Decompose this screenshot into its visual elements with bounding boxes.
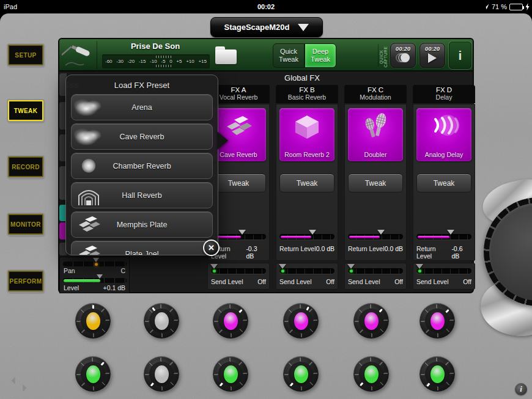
sidebar-item-tweak[interactable]: TWEAK xyxy=(8,100,43,121)
fx-slot-d: FX D Delay Analog Delay Tweak xyxy=(413,85,475,261)
send-level-label: Send Level xyxy=(348,278,380,285)
return-level-value: 0.0 dB xyxy=(385,245,403,252)
slider-thumb[interactable] xyxy=(210,264,218,269)
send-level-value: Off xyxy=(463,278,471,285)
slider-thumb[interactable] xyxy=(238,230,246,235)
fx-d-preset-name: Analog Delay xyxy=(418,151,470,158)
device-selector-dropdown[interactable]: StageScapeM20d xyxy=(210,17,323,37)
preset-item-hall-reverb[interactable]: Hall Reverb xyxy=(71,182,213,208)
send-level-value: Off xyxy=(326,278,334,285)
encoder-knob-r2c5[interactable] xyxy=(353,356,389,392)
encoder-knob-r1c4[interactable] xyxy=(283,303,319,339)
device-selector-label: StageScapeM20d xyxy=(224,23,290,32)
preset-item-arena[interactable]: Arena xyxy=(71,94,213,120)
slider-thumb[interactable] xyxy=(447,230,454,235)
encoder-knob-r1c5[interactable] xyxy=(353,303,389,339)
deep-tweak-button[interactable]: Deep Tweak xyxy=(305,43,336,68)
header-info-button[interactable]: i xyxy=(449,42,471,69)
pan-indicator-dot xyxy=(95,263,98,266)
battery-icon xyxy=(509,4,523,10)
fx-d-return-level-slider[interactable] xyxy=(416,234,471,240)
fx-c-return-level-slider[interactable] xyxy=(348,234,403,240)
fx-c-preset-name: Doubler xyxy=(349,151,402,158)
encoder-knob-r1c6[interactable] xyxy=(419,303,455,339)
send-level-value: Off xyxy=(257,278,266,285)
preset-item-chamber-reverb[interactable]: Chamber Reverb xyxy=(71,153,213,179)
return-level-value: 0.0 dB xyxy=(316,245,334,252)
record-icon xyxy=(396,53,410,63)
location-arrow-icon xyxy=(483,4,489,10)
encoder-knob-r1c1[interactable] xyxy=(75,303,111,339)
encoder-knob-r2c4[interactable] xyxy=(283,356,319,392)
fx-slot-name: FX C xyxy=(344,86,407,93)
channel-name: Prise De Son xyxy=(100,42,211,51)
level-value: +0.1 dB xyxy=(103,284,126,291)
channel-header-bar: Prise De Son -60-30-20-15-10-50+5+10+15 … xyxy=(59,39,473,71)
quick-tweak-button[interactable]: Quick Tweak xyxy=(273,43,305,68)
global-fx-title: Global FX xyxy=(262,73,342,82)
fx-b-send-level-slider[interactable] xyxy=(279,268,334,274)
send-level-label: Send Level xyxy=(416,278,449,285)
fx-d-preset-tile[interactable]: Analog Delay xyxy=(416,108,471,161)
preset-item-plate-joel[interactable]: Plate Joel xyxy=(71,241,213,255)
encoder-knob-r1c3[interactable] xyxy=(213,303,248,339)
fx-a-return-level-slider[interactable] xyxy=(211,234,266,240)
fx-slot-category: Basic Reverb xyxy=(276,93,338,101)
fx-c-send-level-slider[interactable] xyxy=(348,268,403,274)
info-icon: i xyxy=(459,48,462,63)
fx-slot-category: Delay xyxy=(413,93,475,101)
send-level-value: Off xyxy=(394,278,403,285)
play-icon xyxy=(428,53,437,63)
slider-thumb[interactable] xyxy=(93,258,99,262)
sidebar-item-monitor[interactable]: MONITOR xyxy=(8,214,43,235)
fx-slot-b: FX B Basic Reverb Room Reverb 2 Tweak R xyxy=(276,85,338,261)
fx-a-tweak-button[interactable]: Tweak xyxy=(211,174,266,192)
load-preset-folder-button[interactable] xyxy=(214,43,238,67)
popup-close-button[interactable]: ✕ xyxy=(203,240,220,256)
cube-icon xyxy=(292,113,322,140)
slider-thumb[interactable] xyxy=(309,230,316,235)
encoder-knob-r2c2[interactable] xyxy=(144,356,179,392)
sidebar-item-perform[interactable]: PERFORM xyxy=(8,271,43,291)
sidebar-item-setup[interactable]: SETUP xyxy=(8,45,43,65)
mixer-main-view: Prise De Son -60-30-20-15-10-50+5+10+15 … xyxy=(58,38,474,293)
slider-thumb[interactable] xyxy=(377,230,385,235)
slider-thumb[interactable] xyxy=(347,264,355,269)
resize-arrows-icon[interactable] xyxy=(11,377,27,392)
charging-bolt-icon xyxy=(525,3,530,10)
battery-percent: 71 % xyxy=(492,3,507,10)
fx-slot-c: FX C Modulation xyxy=(344,85,407,261)
encoder-knob-r2c1[interactable] xyxy=(75,356,111,392)
fx-a-send-level-slider[interactable] xyxy=(211,268,266,274)
load-fx-preset-popup: Load FX Preset Arena Cave Reverb Chamber… xyxy=(65,75,218,255)
fx-c-tweak-button[interactable]: Tweak xyxy=(348,174,403,192)
fx-slot-name: FX B xyxy=(276,86,338,93)
encoder-knob-r1c2[interactable] xyxy=(144,303,179,339)
microphone-icon xyxy=(62,41,96,68)
encoder-knob-r2c6[interactable] xyxy=(419,356,455,392)
app-info-button[interactable]: i xyxy=(515,383,527,395)
pan-slider[interactable] xyxy=(63,262,127,266)
fx-b-tweak-button[interactable]: Tweak xyxy=(279,174,334,192)
return-level-label: Return Level xyxy=(279,245,316,252)
fx-b-preset-tile[interactable]: Room Reverb 2 xyxy=(279,108,334,161)
fx-d-send-level-slider[interactable] xyxy=(416,268,471,274)
preset-item-cave-reverb[interactable]: Cave Reverb xyxy=(71,123,213,150)
encoder-knob-r2c3[interactable] xyxy=(213,356,248,392)
channel-thumbnail[interactable] xyxy=(62,41,97,69)
level-slider[interactable] xyxy=(63,278,127,283)
slider-thumb[interactable] xyxy=(416,264,423,269)
play-time: 00:20 xyxy=(425,45,440,52)
sidebar-item-record[interactable]: RECORD xyxy=(8,156,43,177)
fx-b-return-level-slider[interactable] xyxy=(279,234,334,240)
record-time: 00:20 xyxy=(396,45,410,52)
slider-thumb[interactable] xyxy=(279,264,286,269)
preset-item-memphis-plate[interactable]: Memphis Plate xyxy=(71,211,213,238)
quick-capture-play-button[interactable]: 00:20 xyxy=(419,43,445,68)
ios-status-bar: iPad 00:02 71 % xyxy=(0,0,532,13)
fx-d-tweak-button[interactable]: Tweak xyxy=(416,174,471,192)
fx-c-preset-tile[interactable]: Doubler xyxy=(348,108,403,161)
quick-capture-record-button[interactable]: 00:20 xyxy=(390,43,416,68)
slider-thumb[interactable] xyxy=(97,274,103,279)
pan-level-section: Pan C Level +0.1 dB xyxy=(59,257,130,293)
